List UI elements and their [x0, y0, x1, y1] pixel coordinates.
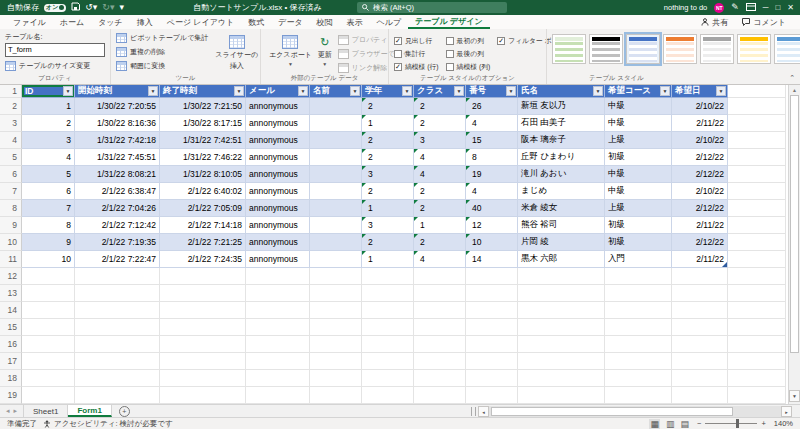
table-style-medium-blue[interactable]: [626, 34, 660, 64]
empty-cell[interactable]: [362, 370, 414, 387]
row-header[interactable]: 15: [0, 319, 22, 336]
row-header[interactable]: 2: [0, 98, 22, 115]
table-cell[interactable]: 1: [22, 98, 75, 115]
table-style-blue[interactable]: [774, 34, 800, 64]
resize-table-button[interactable]: テーブルのサイズ変更: [5, 60, 105, 72]
filter-dropdown-icon[interactable]: ▼: [716, 86, 726, 96]
table-cell[interactable]: 1: [362, 115, 414, 132]
table-cell[interactable]: 片岡 綾: [518, 234, 605, 251]
ribbon-tab-ページ レイアウト[interactable]: ページ レイアウト: [160, 15, 242, 29]
table-cell[interactable]: annonymous: [246, 149, 310, 166]
sheet-nav-right-icon[interactable]: ▸: [14, 407, 18, 415]
empty-cell[interactable]: [310, 319, 362, 336]
column-header-クラス[interactable]: クラス▼: [414, 85, 466, 98]
empty-cell[interactable]: [246, 387, 310, 404]
table-style-gray[interactable]: [700, 34, 734, 64]
empty-cell[interactable]: [672, 319, 728, 336]
empty-cell[interactable]: [22, 353, 75, 370]
avatar[interactable]: NT: [714, 3, 724, 13]
table-cell[interactable]: 1: [362, 200, 414, 217]
empty-cell[interactable]: [605, 268, 672, 285]
table-cell[interactable]: 2: [22, 115, 75, 132]
filter-dropdown-icon[interactable]: ▼: [298, 86, 308, 96]
table-cell[interactable]: 中級: [605, 166, 672, 183]
accessibility-status[interactable]: アクセシビリティ: 検討が必要です: [43, 419, 173, 429]
table-cell[interactable]: 入門: [605, 251, 672, 268]
table-cell[interactable]: 2: [362, 183, 414, 200]
table-style-dark[interactable]: [589, 34, 623, 64]
style-option-縞模様 (行)[interactable]: ✓縞模様 (行): [394, 61, 439, 72]
empty-cell[interactable]: [728, 370, 786, 387]
table-cell[interactable]: 1/30/22 7:20:55: [75, 98, 160, 115]
table-cell[interactable]: 中級: [605, 115, 672, 132]
table-cell[interactable]: 2: [414, 183, 466, 200]
empty-cell[interactable]: [22, 336, 75, 353]
empty-cell[interactable]: [75, 319, 160, 336]
table-cell[interactable]: 2/1/22 7:22:47: [75, 251, 160, 268]
filter-dropdown-icon[interactable]: ▼: [63, 86, 73, 96]
table-cell[interactable]: 12: [466, 217, 518, 234]
ribbon-tab-ヘルプ[interactable]: ヘルプ: [370, 15, 409, 29]
empty-cell[interactable]: [246, 285, 310, 302]
table-cell[interactable]: 4: [22, 149, 75, 166]
convert-to-range-button[interactable]: 範囲に変換: [116, 60, 208, 72]
style-option-縞模様 (列)[interactable]: 縞模様 (列): [446, 61, 491, 72]
vertical-scroll-thumb[interactable]: [790, 95, 799, 353]
empty-cell[interactable]: [672, 268, 728, 285]
page-layout-view-icon[interactable]: ▥: [666, 419, 675, 429]
ribbon-tab-ホーム[interactable]: ホーム: [53, 15, 91, 29]
table-cell[interactable]: 6: [22, 183, 75, 200]
empty-cell[interactable]: [246, 370, 310, 387]
empty-cell[interactable]: [518, 302, 605, 319]
table-cell[interactable]: 10: [466, 234, 518, 251]
zoom-level[interactable]: 140%: [774, 419, 793, 428]
table-cell[interactable]: 2/1/22 7:05:09: [160, 200, 246, 217]
empty-cell[interactable]: [605, 285, 672, 302]
remove-duplicates-button[interactable]: 重複の削除: [116, 46, 208, 58]
table-cell[interactable]: 4: [466, 183, 518, 200]
empty-cell[interactable]: [728, 98, 786, 115]
empty-cell[interactable]: [414, 370, 466, 387]
empty-cell[interactable]: [518, 336, 605, 353]
style-option-見出し行[interactable]: ✓見出し行: [394, 35, 439, 46]
search-input[interactable]: 検索 (Alt+Q): [357, 2, 507, 13]
empty-cell[interactable]: [310, 370, 362, 387]
refresh-button[interactable]: ↻ 更新 ▼: [315, 34, 335, 68]
table-cell[interactable]: [310, 200, 362, 217]
document-title[interactable]: 自動ソートサンプル.xlsx • 保存済み: [150, 2, 365, 13]
table-style-orange[interactable]: [663, 34, 697, 64]
scroll-left-icon[interactable]: ◂: [478, 406, 489, 417]
empty-cell[interactable]: [160, 336, 246, 353]
empty-cell[interactable]: [160, 387, 246, 404]
table-cell[interactable]: 1/30/22 7:21:50: [160, 98, 246, 115]
scroll-down-icon[interactable]: ▼: [789, 390, 800, 402]
empty-cell[interactable]: [728, 319, 786, 336]
empty-cell[interactable]: [160, 285, 246, 302]
column-header-希望コース[interactable]: 希望コース▼: [605, 85, 672, 98]
horizontal-scroll-thumb[interactable]: [491, 407, 733, 416]
table-cell[interactable]: 14: [466, 251, 518, 268]
table-cell[interactable]: 黒木 六郎: [518, 251, 605, 268]
table-cell[interactable]: [310, 98, 362, 115]
table-cell[interactable]: 上級: [605, 200, 672, 217]
unchecked-checkbox-icon[interactable]: [394, 50, 402, 58]
table-cell[interactable]: 3: [362, 166, 414, 183]
sheet-nav-left-icon[interactable]: ◂: [6, 407, 10, 415]
empty-cell[interactable]: [160, 319, 246, 336]
table-cell[interactable]: 8: [466, 149, 518, 166]
empty-cell[interactable]: [728, 302, 786, 319]
table-cell[interactable]: 石田 由美子: [518, 115, 605, 132]
table-cell[interactable]: 2: [362, 149, 414, 166]
empty-cell[interactable]: [22, 302, 75, 319]
column-header-番号[interactable]: 番号▼: [466, 85, 518, 98]
table-style-yellow[interactable]: [737, 34, 771, 64]
row-header[interactable]: 3: [0, 115, 22, 132]
row-header[interactable]: 8: [0, 200, 22, 217]
close-button[interactable]: ✕: [787, 3, 794, 12]
table-cell[interactable]: 1/31/22 8:08:21: [75, 166, 160, 183]
empty-cell[interactable]: [310, 353, 362, 370]
empty-cell[interactable]: [362, 336, 414, 353]
table-cell[interactable]: 初級: [605, 149, 672, 166]
empty-cell[interactable]: [672, 336, 728, 353]
empty-cell[interactable]: [518, 370, 605, 387]
